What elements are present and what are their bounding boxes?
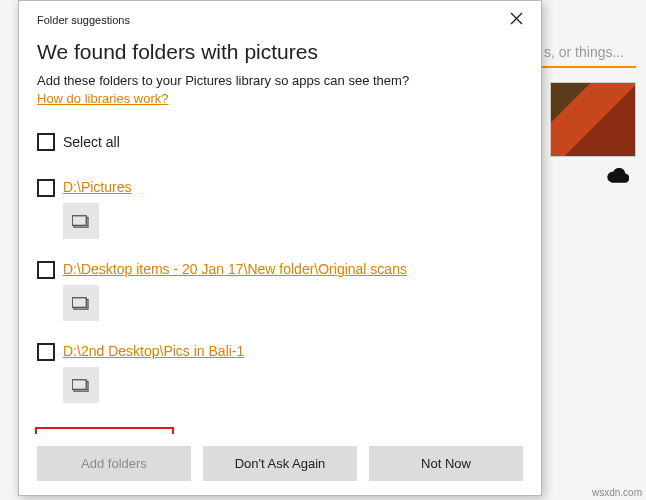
add-another-folder-button[interactable]: Add another folder bbox=[35, 427, 174, 434]
svg-rect-3 bbox=[72, 298, 86, 308]
folder-item: D:\Desktop items - 20 Jan 17\New folder\… bbox=[37, 261, 523, 321]
help-link[interactable]: How do libraries work? bbox=[37, 91, 169, 106]
add-folders-button[interactable]: Add folders bbox=[37, 446, 191, 481]
folder-list: Select all D:\Pictures D:\Desktop items … bbox=[37, 133, 523, 434]
svg-rect-5 bbox=[72, 380, 86, 390]
folder-preview bbox=[63, 203, 99, 239]
folder-suggestions-dialog: Folder suggestions We found folders with… bbox=[18, 0, 542, 496]
pictures-icon bbox=[72, 296, 90, 310]
folder-path-link[interactable]: D:\2nd Desktop\Pics in Bali-1 bbox=[63, 343, 244, 359]
pictures-icon bbox=[72, 378, 90, 392]
folder-preview bbox=[63, 285, 99, 321]
close-icon[interactable] bbox=[504, 9, 529, 30]
dialog-subtitle: Add these folders to your Pictures libra… bbox=[37, 73, 523, 88]
watermark: wsxdn.com bbox=[592, 487, 642, 498]
dialog-heading: We found folders with pictures bbox=[37, 40, 523, 64]
folder-path-link[interactable]: D:\Pictures bbox=[63, 179, 131, 195]
photo-thumbnail[interactable] bbox=[550, 82, 636, 157]
search-input-fragment[interactable]: s, or things... bbox=[536, 38, 636, 68]
select-all-checkbox[interactable] bbox=[37, 133, 55, 151]
pictures-icon bbox=[72, 214, 90, 228]
folder-checkbox[interactable] bbox=[37, 343, 55, 361]
onedrive-icon bbox=[607, 168, 629, 182]
select-all-label: Select all bbox=[63, 134, 120, 150]
dialog-content: We found folders with pictures Add these… bbox=[19, 32, 541, 434]
select-all-row[interactable]: Select all bbox=[37, 133, 523, 151]
folder-checkbox[interactable] bbox=[37, 261, 55, 279]
dialog-title: Folder suggestions bbox=[37, 14, 130, 26]
dont-ask-again-button[interactable]: Don't Ask Again bbox=[203, 446, 357, 481]
folder-item: D:\2nd Desktop\Pics in Bali-1 bbox=[37, 343, 523, 403]
folder-checkbox[interactable] bbox=[37, 179, 55, 197]
dialog-button-row: Add folders Don't Ask Again Not Now bbox=[19, 434, 541, 495]
not-now-button[interactable]: Not Now bbox=[369, 446, 523, 481]
folder-preview bbox=[63, 367, 99, 403]
svg-rect-1 bbox=[72, 216, 86, 226]
folder-item: D:\Pictures bbox=[37, 179, 523, 239]
dialog-titlebar: Folder suggestions bbox=[19, 1, 541, 32]
folder-path-link[interactable]: D:\Desktop items - 20 Jan 17\New folder\… bbox=[63, 261, 407, 277]
